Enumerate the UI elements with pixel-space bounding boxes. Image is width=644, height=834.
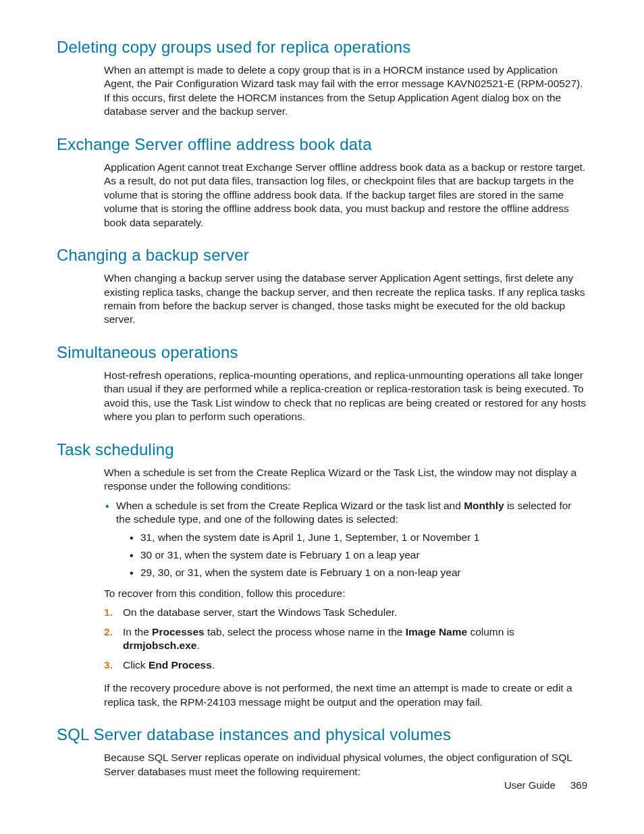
section-simultaneous-operations: Simultaneous operations Host-refresh ope… bbox=[57, 343, 587, 424]
heading: Simultaneous operations bbox=[57, 343, 587, 362]
section-sql-server-instances: SQL Server database instances and physic… bbox=[57, 725, 587, 779]
section-deleting-copy-groups: Deleting copy groups used for replica op… bbox=[57, 38, 587, 119]
section-task-scheduling: Task scheduling When a schedule is set f… bbox=[57, 440, 587, 709]
document-page: Deleting copy groups used for replica op… bbox=[0, 0, 644, 834]
paragraph: If the recovery procedure above is not p… bbox=[104, 681, 587, 709]
heading: Deleting copy groups used for replica op… bbox=[57, 38, 587, 57]
paragraph: When an attempt is made to delete a copy… bbox=[104, 63, 587, 119]
step-item: On the database server, start the Window… bbox=[104, 606, 587, 619]
text: tab, select the process whose name in th… bbox=[205, 626, 406, 637]
page-footer: User Guide 369 bbox=[504, 779, 587, 791]
heading: Exchange Server offline address book dat… bbox=[57, 135, 587, 154]
text: In the bbox=[123, 626, 152, 637]
footer-label: User Guide bbox=[504, 779, 556, 791]
paragraph: When changing a backup server using the … bbox=[104, 271, 587, 327]
paragraph: Application Agent cannot treat Exchange … bbox=[104, 161, 587, 230]
text: column is bbox=[467, 626, 514, 637]
bold-text: End Process bbox=[149, 659, 212, 671]
step-item: In the Processes tab, select the process… bbox=[104, 625, 587, 653]
step-item: Click End Process. bbox=[104, 658, 587, 672]
text: When a schedule is set from the Create R… bbox=[116, 500, 464, 511]
bold-text: Image Name bbox=[406, 626, 467, 637]
bold-text: Monthly bbox=[464, 500, 504, 511]
section-changing-backup-server: Changing a backup server When changing a… bbox=[57, 246, 587, 327]
list-item: 30 or 31, when the system date is Februa… bbox=[128, 548, 587, 562]
list-item: When a schedule is set from the Create R… bbox=[104, 499, 587, 580]
page-number: 369 bbox=[570, 779, 587, 791]
list-item: 29, 30, or 31, when the system date is F… bbox=[128, 566, 587, 579]
paragraph: Because SQL Server replicas operate on i… bbox=[104, 751, 587, 779]
heading: Task scheduling bbox=[57, 440, 587, 459]
nested-bullet-list: 31, when the system date is April 1, Jun… bbox=[128, 531, 587, 580]
section-exchange-offline-address-book: Exchange Server offline address book dat… bbox=[57, 135, 587, 230]
paragraph: To recover from this condition, follow t… bbox=[104, 587, 587, 600]
text: . bbox=[196, 640, 199, 651]
bold-text: drmjobsch.exe bbox=[123, 640, 196, 651]
text: Click bbox=[123, 659, 149, 671]
list-item: 31, when the system date is April 1, Jun… bbox=[128, 531, 587, 544]
ordered-steps: On the database server, start the Window… bbox=[104, 606, 587, 672]
bullet-list: When a schedule is set from the Create R… bbox=[104, 499, 587, 580]
heading: SQL Server database instances and physic… bbox=[57, 725, 587, 744]
paragraph: Host-refresh operations, replica-mountin… bbox=[104, 369, 587, 424]
bold-text: Processes bbox=[152, 626, 205, 637]
paragraph: When a schedule is set from the Create R… bbox=[104, 466, 587, 494]
heading: Changing a backup server bbox=[57, 246, 587, 265]
text: . bbox=[212, 659, 215, 671]
